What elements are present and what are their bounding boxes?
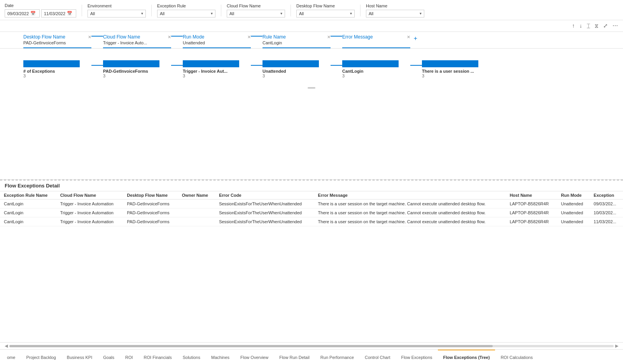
- exception-rule-select[interactable]: All ▾: [157, 10, 215, 18]
- tab-roi[interactable]: ROI: [120, 349, 138, 364]
- cell-exception: 10/03/202...: [590, 208, 623, 217]
- bar-rule: CantLogin 3: [342, 60, 410, 78]
- tab-roi-financials[interactable]: ROI Financials: [138, 349, 177, 364]
- cell-host: LAPTOP-B5826R4R: [506, 200, 557, 208]
- tab-roi-calculations[interactable]: ROI Calculations: [495, 349, 538, 364]
- col-error-message: Error Message: [314, 191, 506, 200]
- tab-control-chart[interactable]: Control Chart: [359, 349, 396, 364]
- sort-desc-icon[interactable]: ↓: [578, 22, 583, 30]
- tab-flow-overview[interactable]: Flow Overview: [235, 349, 274, 364]
- host-name-select[interactable]: All ▾: [366, 10, 424, 18]
- tab-flow-exceptions[interactable]: Flow Exceptions: [396, 349, 438, 364]
- tab-machines[interactable]: Machines: [206, 349, 235, 364]
- bar-exceptions-rect[interactable]: [23, 60, 80, 67]
- tab-home[interactable]: ome: [2, 349, 21, 364]
- environment-select[interactable]: All ▾: [88, 10, 146, 18]
- col-exception-rule-name: Exception Rule Name: [0, 191, 56, 200]
- filter-icon[interactable]: ⧖: [593, 22, 600, 30]
- bar-desktop-flow-rect[interactable]: [103, 60, 159, 67]
- bar-run-mode-info: Unattended 3: [262, 69, 331, 78]
- bar-connector-4: [331, 65, 342, 66]
- cell-desktop-flow: PAD-GetInvoiceForms: [123, 217, 178, 226]
- add-column-icon[interactable]: +: [414, 35, 417, 42]
- cell-error-code: SessionExistsForTheUserWhenUnattended: [215, 217, 314, 226]
- tab-goals[interactable]: Goals: [98, 349, 120, 364]
- desktop-flow-name-filter-group: Desktop Flow Name All ▾: [296, 4, 355, 18]
- table-scroll-row: ◀ ▶: [0, 342, 623, 349]
- cell-desktop-flow: PAD-GetInvoiceForms: [123, 200, 178, 208]
- scroll-right-arrow[interactable]: ▶: [615, 343, 618, 348]
- error-message-value: [342, 40, 410, 40]
- chevron-down-icon: ▾: [280, 11, 282, 16]
- col-header-desktop-flow-name: Desktop Flow Name ✕ PAD-GetInvoiceForms: [23, 32, 91, 48]
- cell-owner: [178, 208, 215, 217]
- bar-exceptions-info: # of Exceptions 3: [23, 69, 91, 78]
- date-from-input[interactable]: 09/03/2022 📅: [5, 9, 40, 18]
- desktop-flow-name-select[interactable]: All ▾: [296, 10, 355, 18]
- bar-cloud-flow-rect[interactable]: [183, 60, 239, 67]
- close-rule-name-icon[interactable]: ✕: [327, 35, 331, 40]
- tab-flow-exceptions-tree[interactable]: Flow Exceptions (Tree): [438, 349, 495, 364]
- detail-table-wrapper[interactable]: Exception Rule Name Cloud Flow Name Desk…: [0, 191, 623, 342]
- expand-icon[interactable]: ⤢: [602, 22, 609, 30]
- close-run-mode-icon[interactable]: ✕: [247, 35, 251, 40]
- close-cloud-flow-name-icon[interactable]: ✕: [168, 35, 171, 40]
- bar-rule-rect[interactable]: [342, 60, 399, 67]
- tab-run-performance[interactable]: Run Performance: [315, 349, 359, 364]
- scroll-thumb: [9, 345, 493, 347]
- cell-owner: [178, 217, 215, 226]
- cloud-flow-name-filter-group: Cloud Flow Name All ▾: [227, 4, 285, 18]
- cloud-flow-name-select[interactable]: All ▾: [227, 10, 285, 18]
- bar-desktop-flow: PAD-GetInvoiceForms 3: [103, 60, 171, 78]
- col-desktop-flow-name: Desktop Flow Name: [123, 191, 178, 200]
- cell-cloud-flow: Trigger - Invoice Automation: [56, 208, 123, 217]
- toolbar-row: ↑ ↓ ⌶ ⧖ ⤢ ⋯: [0, 20, 623, 32]
- tab-solutions[interactable]: Solutions: [177, 349, 206, 364]
- h-scroll-indicator: [0, 82, 623, 91]
- cell-exception: 09/03/202...: [590, 200, 623, 208]
- cell-run-mode: Unattended: [557, 200, 590, 208]
- bars-area: # of Exceptions 3 PAD-GetInvoiceForms 3: [0, 49, 623, 82]
- col-header-rule-name: Rule Name ✕ CantLogin: [262, 32, 331, 48]
- cell-run-mode: Unattended: [557, 208, 590, 217]
- scroll-track[interactable]: [9, 345, 614, 347]
- page-wrapper: Date 09/03/2022 📅 11/03/2022 📅 Environme…: [0, 0, 623, 364]
- cell-exception: 11/03/202...: [590, 217, 623, 226]
- close-desktop-flow-name-icon[interactable]: ✕: [88, 35, 91, 40]
- exception-rule-filter-group: Exception Rule All ▾: [157, 4, 215, 18]
- scroll-left-arrow[interactable]: ◀: [5, 343, 8, 348]
- table-header-row: Exception Rule Name Cloud Flow Name Desk…: [0, 191, 623, 200]
- date-to-input[interactable]: 11/03/2022 📅: [41, 9, 76, 18]
- cell-cloud-flow: Trigger - Invoice Automation: [56, 217, 123, 226]
- bar-error-info: There is a user session ... 3: [422, 69, 490, 78]
- calendar-from-icon[interactable]: 📅: [30, 11, 36, 16]
- bar-run-mode-rect[interactable]: [262, 60, 319, 67]
- desktop-flow-name-value: PAD-GetInvoiceForms: [23, 40, 91, 45]
- tab-project-backlog[interactable]: Project Backlog: [21, 349, 61, 364]
- hierarchy-icon[interactable]: ⌶: [586, 22, 591, 30]
- cell-run-mode: Unattended: [557, 217, 590, 226]
- host-name-label: Host Name: [366, 4, 424, 8]
- col-owner-name: Owner Name: [178, 191, 215, 200]
- bar-connector-2: [171, 65, 183, 66]
- bar-error: There is a user session ... 3: [422, 60, 490, 78]
- bar-cloud-flow: Trigger - Invoice Aut... 3: [183, 60, 251, 78]
- bar-error-rect[interactable]: [422, 60, 478, 67]
- date-label: Date: [5, 3, 76, 8]
- close-error-message-icon[interactable]: ✕: [407, 35, 410, 40]
- bar-connector-3: [251, 65, 262, 66]
- bar-exceptions: # of Exceptions 3: [23, 60, 91, 78]
- bar-rule-info: CantLogin 3: [342, 69, 410, 78]
- host-name-filter-group: Host Name All ▾: [366, 4, 424, 18]
- calendar-to-icon[interactable]: 📅: [67, 11, 72, 16]
- divider-3: [221, 5, 221, 16]
- sort-asc-icon[interactable]: ↑: [571, 22, 576, 30]
- chevron-down-icon: ▾: [420, 11, 422, 16]
- tab-business-kpi[interactable]: Business KPI: [61, 349, 98, 364]
- col-cloud-flow-name: Cloud Flow Name: [56, 191, 123, 200]
- more-icon[interactable]: ⋯: [611, 22, 619, 30]
- connector-3: [251, 36, 262, 37]
- col-error-code: Error Code: [215, 191, 314, 200]
- table-row: CantLogin Trigger - Invoice Automation P…: [0, 208, 623, 217]
- tab-flow-run-detail[interactable]: Flow Run Detail: [274, 349, 315, 364]
